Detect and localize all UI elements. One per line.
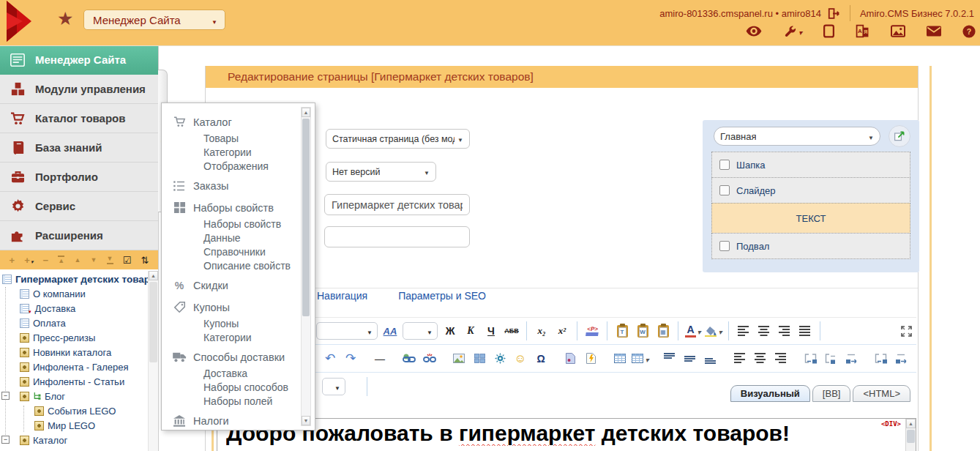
editor-scrollbar[interactable] bbox=[905, 419, 916, 451]
flyout-group-orders[interactable]: Заказы bbox=[162, 176, 297, 195]
messages-mail-icon[interactable] bbox=[927, 26, 941, 37]
align-center-button[interactable] bbox=[755, 321, 774, 340]
valign-bottom-button[interactable] bbox=[701, 349, 720, 368]
scroll-thumb[interactable] bbox=[149, 282, 157, 362]
font-family-select[interactable] bbox=[316, 322, 378, 340]
flyout-scrollbar[interactable] bbox=[301, 107, 311, 426]
cell-align-left-button[interactable] bbox=[730, 349, 749, 368]
tree-multiselect-button[interactable]: ☑ bbox=[123, 256, 132, 265]
strikethrough-button[interactable]: АБВ bbox=[502, 321, 521, 340]
module-selector-dropdown[interactable]: Менеджер Сайта bbox=[83, 10, 225, 30]
bold-button[interactable]: Ж bbox=[441, 321, 460, 340]
italic-button[interactable]: K bbox=[461, 321, 480, 340]
tab-seo[interactable]: Параметры и SEO bbox=[398, 290, 486, 302]
scroll-up-icon[interactable] bbox=[906, 419, 916, 428]
horizontal-rule-button[interactable]: — bbox=[370, 349, 389, 368]
flyout-group-property-sets[interactable]: Наборы свойств bbox=[162, 198, 297, 217]
subscript-button[interactable]: x₂ bbox=[532, 321, 551, 340]
block-checkbox[interactable] bbox=[719, 185, 730, 195]
superscript-button[interactable]: x² bbox=[553, 321, 572, 340]
sidebar-item-modules[interactable]: Модули управления bbox=[0, 75, 158, 104]
unlink-button[interactable] bbox=[420, 349, 439, 368]
flyout-subitem[interactable]: Категории bbox=[162, 330, 297, 344]
underline-button[interactable]: Ч bbox=[482, 321, 501, 340]
flyout-subitem[interactable]: Категории bbox=[162, 145, 297, 159]
tree-add-button[interactable]: + bbox=[10, 256, 15, 265]
sidebar-item-extensions[interactable]: Расширения bbox=[0, 221, 158, 250]
layout-block-footer[interactable]: Подвал bbox=[711, 233, 910, 259]
scroll-thumb[interactable] bbox=[907, 430, 915, 443]
valign-middle-button[interactable] bbox=[681, 349, 700, 368]
undo-button[interactable]: ↶ bbox=[321, 349, 340, 368]
tree-expander-icon[interactable]: − bbox=[1, 392, 10, 400]
page-extra-input[interactable] bbox=[324, 226, 470, 247]
tree-item[interactable]: Инфолента - Галерея bbox=[0, 359, 148, 374]
tree-item[interactable]: События LEGO bbox=[0, 403, 148, 418]
insert-table-button[interactable] bbox=[610, 349, 629, 368]
tree-item[interactable]: Оплата bbox=[0, 316, 148, 330]
sidebar-item-site-manager[interactable]: Менеджер Сайта bbox=[0, 45, 158, 75]
media-library-icon[interactable] bbox=[891, 25, 905, 37]
special-char-button[interactable]: Ω bbox=[531, 349, 550, 368]
flyout-subitem[interactable]: Справочники bbox=[162, 245, 297, 258]
paste-image-button[interactable]: ▦ bbox=[654, 321, 673, 340]
layout-block-header[interactable]: Шапка bbox=[711, 152, 910, 178]
page-type-select[interactable]: Статичная страница (без модуля) bbox=[326, 129, 470, 149]
tree-item[interactable]: −Каталог bbox=[0, 433, 148, 447]
tree-item[interactable]: Инфоленты - Статьи bbox=[0, 374, 148, 389]
tree-item[interactable]: О компании bbox=[0, 286, 148, 301]
widget-button[interactable] bbox=[490, 349, 509, 368]
scroll-thumb[interactable] bbox=[302, 119, 310, 316]
flyout-subitem[interactable]: Отображения bbox=[162, 159, 297, 173]
sidebar-item-service[interactable]: Сервис bbox=[0, 192, 158, 221]
table-properties-button[interactable] bbox=[631, 349, 650, 368]
tree-item[interactable]: −Блог bbox=[0, 389, 148, 403]
insert-row-before-button[interactable] bbox=[801, 349, 820, 368]
tree-item[interactable]: ▾Доставка bbox=[0, 301, 148, 316]
cell-align-right-button[interactable] bbox=[771, 349, 790, 368]
sidebar-item-knowledge-base[interactable]: База знаний bbox=[0, 133, 158, 163]
scroll-down-icon[interactable] bbox=[302, 416, 310, 425]
tree-item[interactable]: Мир LEGO bbox=[0, 418, 148, 433]
template-select[interactable]: Главная bbox=[714, 127, 880, 146]
editor-heading[interactable]: Добро пожаловать в гипермаркет детских т… bbox=[226, 421, 916, 446]
tree-item[interactable]: Новинки каталога bbox=[0, 345, 148, 359]
tree-scrollbar[interactable] bbox=[148, 271, 158, 451]
flyout-subitem[interactable]: Купоны bbox=[162, 316, 297, 330]
tree-move-down-button[interactable]: ▼ bbox=[91, 257, 97, 264]
fill-color-button[interactable] bbox=[704, 321, 723, 340]
align-right-button[interactable] bbox=[775, 321, 794, 340]
fullscreen-button[interactable] bbox=[897, 321, 916, 340]
cell-align-center-button[interactable] bbox=[751, 349, 770, 368]
flyout-group-catalog[interactable]: Каталог bbox=[162, 113, 297, 131]
tree-item[interactable]: Гипермаркет детских товаров bbox=[0, 272, 148, 286]
tree-move-top-button[interactable]: ▲ bbox=[58, 256, 64, 264]
help-icon[interactable]: ? bbox=[962, 25, 976, 38]
tree-add-subpage-button[interactable]: + bbox=[24, 256, 33, 265]
mode-tab-visual[interactable]: Визуальный bbox=[730, 385, 810, 402]
favorites-star-icon[interactable]: ★ bbox=[57, 8, 73, 29]
font-size-select[interactable] bbox=[403, 322, 438, 340]
scroll-up-icon[interactable] bbox=[302, 108, 310, 117]
gallery-button[interactable] bbox=[470, 349, 489, 368]
anchor-button[interactable] bbox=[561, 349, 580, 368]
editor-content-area[interactable]: <DIV> Добро пожаловать в гипермаркет дет… bbox=[217, 418, 916, 451]
flyout-subitem[interactable]: Товары bbox=[162, 131, 297, 145]
paste-word-button[interactable]: W bbox=[633, 321, 652, 340]
tree-item[interactable]: Пресс-релизы bbox=[0, 330, 148, 345]
tree-expander-icon[interactable]: − bbox=[1, 436, 10, 444]
layout-block-slider[interactable]: Слайдер bbox=[711, 177, 910, 204]
block-checkbox[interactable] bbox=[719, 160, 730, 170]
preview-eye-icon[interactable] bbox=[746, 26, 762, 37]
align-justify-button[interactable] bbox=[796, 321, 815, 340]
font-color-button[interactable]: A bbox=[684, 321, 703, 340]
scroll-up-icon[interactable] bbox=[149, 271, 158, 280]
tree-reorder-button[interactable]: ⇅ bbox=[141, 256, 149, 265]
paragraph-style-select[interactable] bbox=[322, 378, 345, 395]
delete-row-button[interactable] bbox=[842, 349, 861, 368]
insert-row-after-button[interactable] bbox=[821, 349, 840, 368]
translate-icon[interactable]: AЯ bbox=[856, 24, 869, 38]
redo-button[interactable]: ↷ bbox=[341, 349, 360, 368]
flyout-subitem[interactable]: Доставка bbox=[162, 366, 297, 380]
flyout-group-discounts[interactable]: %Скидки bbox=[162, 276, 297, 294]
